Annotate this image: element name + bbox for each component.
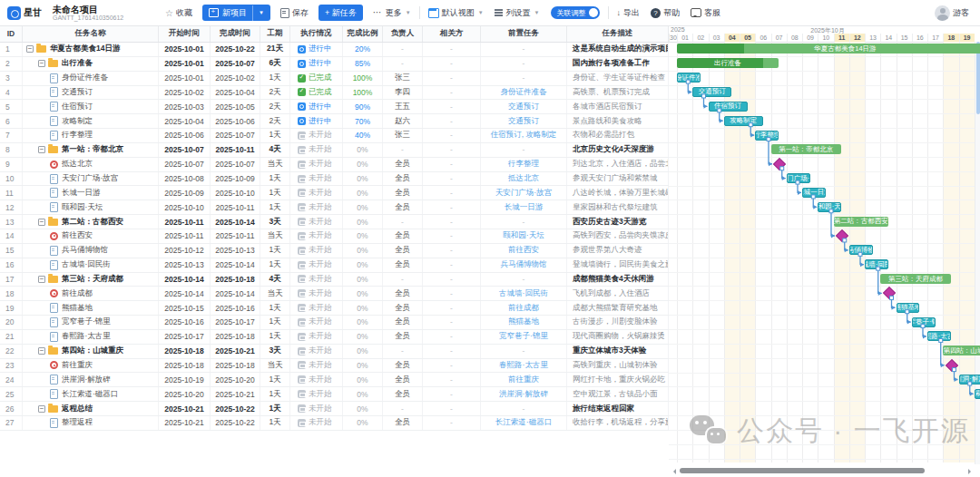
table-row[interactable]: 8−第一站：帝都北京2025-10-072025-10-114天未开始0%---… [0, 143, 669, 158]
collapse-icon[interactable]: − [38, 146, 45, 153]
column-header[interactable]: 完成比例 [343, 25, 383, 42]
gantt-task-bar[interactable]: 身份证件准备 [677, 73, 701, 83]
link-adjust-toggle[interactable]: 关联调整 [551, 6, 600, 19]
gantt-task-bar[interactable]: 熊猫基地 [897, 303, 920, 313]
column-header[interactable]: 前置任务 [481, 25, 567, 42]
gantt-group-bar[interactable]: 出行准备 [677, 58, 779, 68]
table-row[interactable]: 16古城墙·回民街2025-10-132025-10-141天未开始0%全员-兵… [0, 258, 669, 273]
column-header[interactable]: 相关方 [423, 25, 481, 42]
cell-predecessor[interactable]: 身份证件准备 [481, 86, 567, 100]
gantt-milestone-diamond[interactable] [773, 158, 786, 170]
gantt-group-bar[interactable]: 第四站：山城重庆 [943, 346, 980, 355]
cell-predecessor[interactable]: 交通预订 [481, 114, 567, 128]
column-header[interactable]: 完成时间 [211, 25, 260, 42]
scroll-left-icon[interactable] [671, 469, 676, 474]
cell-predecessor[interactable]: 前往重庆 [481, 373, 567, 386]
column-header[interactable]: 工期 [260, 25, 290, 42]
table-row[interactable]: 23前往重庆2025-10-182025-10-18当天未开始0%全员-春熙路·… [0, 359, 669, 374]
gantt-task-bar[interactable]: 长江索道·磁器口 [975, 389, 980, 399]
table-row[interactable]: 20宽窄巷子·锦里2025-10-162025-10-171天未开始0%全员-熊… [0, 316, 669, 330]
collapse-icon[interactable]: − [38, 405, 45, 413]
cell-predecessor[interactable]: 住宿预订, 攻略制定 [481, 129, 567, 142]
cell-predecessor[interactable]: 熊猫基地 [481, 316, 567, 329]
table-row[interactable]: 1−华夏古都美食14日游2025-10-012025-10-2221天进行中20… [0, 43, 669, 57]
cell-predecessor[interactable]: 长城一日游 [481, 200, 567, 214]
cell-predecessor[interactable]: 前往西安 [481, 244, 567, 258]
gantt-task-bar[interactable]: 行李整理 [755, 131, 779, 141]
user-menu[interactable]: 游客 [935, 5, 969, 21]
save-button[interactable]: 保存 [280, 7, 309, 19]
table-row[interactable]: 9抵达北京2025-10-072025-10-07当天未开始0%全员-行李整理到… [0, 158, 669, 172]
new-project-button[interactable]: 新项目 ▼ [202, 5, 270, 21]
table-row[interactable]: 13−第二站：古都西安2025-10-112025-10-143天未开始0%--… [0, 215, 669, 229]
gantt-task-bar[interactable]: 攻略制定 [724, 116, 763, 126]
table-row[interactable]: 4交通预订2025-10-022025-10-042天已完成100%李四-身份证… [0, 86, 669, 101]
cell-predecessor[interactable]: 洪崖洞·解放碑 [481, 387, 567, 401]
gantt-task-bar[interactable]: 春熙路·太古里 [927, 331, 951, 341]
more-button[interactable]: ⋯ 更多 ▼ [373, 7, 411, 19]
cell-predecessor[interactable]: 宽窄巷子·锦里 [481, 330, 567, 344]
collapse-icon[interactable]: − [26, 45, 34, 53]
gantt-vertical-scrollbar[interactable] [975, 42, 980, 464]
help-button[interactable]: ? 帮助 [651, 7, 680, 19]
chevron-down-icon[interactable]: ▼ [259, 10, 264, 15]
gantt-group-bar[interactable]: 第一站：帝都北京 [771, 144, 842, 154]
gantt-task-bar[interactable]: 天安门广场·故宫 [787, 173, 810, 183]
scroll-right-icon[interactable] [968, 469, 974, 474]
cell-predecessor[interactable]: 行李整理 [481, 158, 567, 171]
app-logo[interactable]: 星甘 [7, 6, 42, 20]
table-row[interactable]: 11长城一日游2025-10-092025-10-101天未开始0%全员-天安门… [0, 186, 669, 200]
table-row[interactable]: 7行李整理2025-10-062025-10-071天未开始40%张三-住宿预订… [0, 129, 669, 143]
table-row[interactable]: 22−第四站：山城重庆2025-10-182025-10-213天未开始0%--… [0, 345, 669, 359]
default-view-button[interactable]: 默认视图 ▼ [428, 7, 484, 19]
table-row[interactable]: 19熊猫基地2025-10-152025-10-161天未开始0%全员-前往成都… [0, 301, 669, 316]
gantt-group-bar[interactable]: 华夏古都美食14日游 [677, 44, 980, 54]
gantt-task-bar[interactable]: 长城一日游 [802, 188, 826, 198]
table-row[interactable]: 2−出行准备2025-10-012025-10-076天进行中85%---国内旅… [0, 57, 669, 72]
collapse-icon[interactable]: − [38, 60, 45, 67]
support-button[interactable]: 客服 [691, 7, 720, 19]
gantt-task-bar[interactable]: 颐和园·天坛 [818, 202, 841, 212]
scrollbar-thumb[interactable] [680, 468, 925, 473]
gantt-milestone-diamond[interactable] [883, 287, 896, 299]
collapse-icon[interactable]: − [38, 276, 45, 283]
table-row[interactable]: 15兵马俑博物馆2025-10-122025-10-131天未开始0%全员-前往… [0, 244, 669, 258]
cell-predecessor[interactable]: 古城墙·回民街 [481, 287, 567, 300]
table-row[interactable]: 26−返程总结2025-10-212025-10-221天未开始0%---旅行结… [0, 402, 669, 416]
column-header[interactable]: 开始时间 [159, 25, 211, 42]
table-row[interactable]: 5住宿预订2025-10-032025-10-052天进行中90%王五-交通预订… [0, 100, 669, 114]
collapse-icon[interactable]: − [38, 347, 45, 355]
cell-predecessor[interactable]: 春熙路·太古里 [481, 359, 567, 373]
gantt-task-bar[interactable]: 古城墙·回民街 [865, 259, 888, 269]
column-header[interactable]: 执行情况 [290, 25, 343, 42]
table-row[interactable]: 25长江索道·磁器口2025-10-202025-10-211天未开始0%全员-… [0, 387, 669, 402]
column-settings-button[interactable]: 列设置 ▼ [495, 7, 540, 19]
gantt-horizontal-scrollbar[interactable] [669, 466, 980, 475]
gantt-task-bar[interactable]: 宽窄巷子·锦里 [912, 317, 936, 327]
table-row[interactable]: 3身份证件准备2025-10-012025-10-021天已完成100%张三--… [0, 72, 669, 86]
gantt-group-bar[interactable]: 第三站：天府成都 [880, 274, 951, 284]
gantt-group-bar[interactable]: 第二站：古都西安 [834, 217, 888, 227]
favorite-button[interactable]: ☆ 收藏 [165, 7, 192, 19]
column-header[interactable]: 任务名称 [23, 25, 159, 42]
table-row[interactable]: 18前往成都2025-10-142025-10-14当天未开始0%全员-古城墙·… [0, 287, 669, 301]
gantt-task-bar[interactable]: 洪崖洞·解放碑 [959, 375, 980, 385]
column-header[interactable]: 负责人 [383, 25, 423, 42]
column-header[interactable]: ID [0, 25, 23, 42]
table-row[interactable]: 10天安门广场·故宫2025-10-082025-10-091天未开始0%全员-… [0, 172, 669, 187]
table-row[interactable]: 6攻略制定2025-10-042025-10-062天进行中70%赵六-交通预订… [0, 114, 669, 129]
column-header[interactable]: 任务描述 [567, 25, 669, 42]
cell-predecessor[interactable]: 抵达北京 [481, 172, 567, 186]
new-task-button[interactable]: + 新任务 [318, 5, 363, 21]
cell-predecessor[interactable]: 交通预订 [481, 100, 567, 113]
table-row[interactable]: 12颐和园·天坛2025-10-102025-10-111天未开始0%全员-长城… [0, 200, 669, 215]
export-button[interactable]: ↓ 导出 [617, 7, 641, 19]
collapse-icon[interactable]: − [38, 219, 45, 226]
cell-predecessor[interactable]: 颐和园·天坛 [481, 229, 567, 243]
table-row[interactable]: 27整理返程2025-10-212025-10-221天未开始0%全员-长江索道… [0, 416, 669, 431]
gantt-task-bar[interactable]: 交通预订 [692, 87, 731, 97]
table-row[interactable]: 14前往西安2025-10-112025-10-11当天未开始0%全员-颐和园·… [0, 229, 669, 244]
table-row[interactable]: 24洪崖洞·解放碑2025-10-192025-10-201天未开始0%全员-前… [0, 373, 669, 387]
cell-predecessor[interactable]: 长江索道·磁器口 [481, 416, 567, 430]
gantt-task-bar[interactable]: 兵马俑博物馆 [849, 245, 873, 255]
